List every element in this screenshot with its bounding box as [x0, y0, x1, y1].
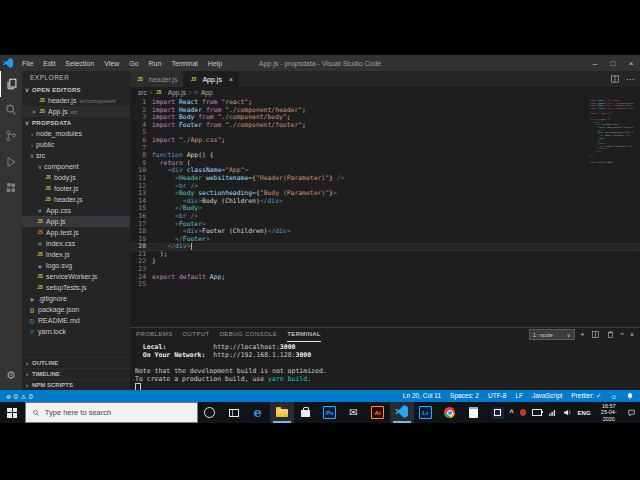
- editor-tab-header.js[interactable]: JS header.js: [130, 71, 183, 87]
- breadcrumb-item[interactable]: src: [138, 89, 147, 96]
- code-line[interactable]: 20 </div>: [130, 243, 640, 251]
- kill-terminal-icon[interactable]: [606, 330, 615, 339]
- file-row-logo.svg[interactable]: ◈logo.svg: [22, 260, 130, 271]
- maximize-icon[interactable]: □: [604, 55, 622, 71]
- status-item[interactable]: UTF-8: [488, 392, 506, 400]
- shell-selector[interactable]: 1: node ∨: [529, 329, 575, 340]
- file-row-yarn.lock[interactable]: Yyarn.lock: [22, 326, 130, 337]
- editor-tab-App.js[interactable]: JS App.js ×: [183, 71, 239, 87]
- split-terminal-icon[interactable]: [591, 330, 600, 339]
- menu-view[interactable]: View: [99, 60, 124, 67]
- search-icon[interactable]: [0, 97, 22, 123]
- open-editors-header[interactable]: ∨ OPEN EDITORS: [22, 84, 130, 95]
- file-row-node_modules[interactable]: ›node_modules: [22, 128, 130, 139]
- minimize-icon[interactable]: –: [586, 55, 604, 71]
- menu-help[interactable]: Help: [203, 60, 227, 67]
- breadcrumb[interactable]: src›JSApp.js›◇App: [130, 87, 640, 97]
- menu-file[interactable]: File: [17, 60, 38, 67]
- taskbar-task-view[interactable]: [222, 402, 246, 423]
- taskbar-illustrator[interactable]: Ai: [366, 402, 390, 423]
- file-row-serviceWorker.js[interactable]: JSserviceWorker.js: [22, 271, 130, 282]
- tray-chevron-up-icon[interactable]: ^: [510, 409, 514, 416]
- new-terminal-icon[interactable]: +: [581, 331, 585, 338]
- code-line[interactable]: 4 import Footer from "./component/footer…: [130, 122, 640, 130]
- project-header[interactable]: ∨ PROPSDATA: [22, 117, 130, 128]
- file-row-component[interactable]: ∨component: [22, 161, 130, 172]
- file-row-App.js[interactable]: JSApp.js: [22, 216, 130, 227]
- file-row-App.test.js[interactable]: JSApp.test.js: [22, 227, 130, 238]
- taskbar-file-explorer[interactable]: [270, 402, 294, 423]
- menu-selection[interactable]: Selection: [60, 60, 99, 67]
- network-icon[interactable]: [548, 408, 557, 417]
- panel-tab-terminal[interactable]: TERMINAL: [287, 328, 321, 342]
- terminal-output[interactable]: Local: http://localhost:3000 On Your Net…: [130, 341, 640, 392]
- battery-icon[interactable]: [532, 409, 542, 416]
- code-line[interactable]: 16 <br />: [130, 213, 640, 221]
- code-line[interactable]: 14 <div>Body (Children)</div>: [130, 198, 640, 206]
- tab-close-icon[interactable]: ×: [229, 76, 233, 83]
- bell-icon[interactable]: [626, 392, 634, 400]
- panel-tab-output[interactable]: OUTPUT: [183, 328, 210, 341]
- taskbar-media-player[interactable]: [486, 402, 510, 423]
- taskbar-edge[interactable]: e: [246, 402, 270, 423]
- panel-tab-problems[interactable]: PROBLEMS: [136, 328, 173, 341]
- code-line[interactable]: 11 <Header websitename={"Header(Paramete…: [130, 175, 640, 183]
- file-row-public[interactable]: ›public: [22, 139, 130, 150]
- status-item[interactable]: Prettier: ✓: [571, 392, 601, 400]
- problems-status[interactable]: ⊘ 0 ⚠ 0: [6, 393, 33, 400]
- taskbar-mail[interactable]: ✉: [342, 402, 366, 423]
- tray-app-icon[interactable]: [520, 409, 526, 416]
- taskbar-photoshop[interactable]: Ps: [318, 402, 342, 423]
- status-item[interactable]: Ln 20, Col 11: [403, 392, 441, 400]
- code-line[interactable]: 24 export default App;: [130, 274, 640, 282]
- taskbar-lightroom[interactable]: Lr: [414, 402, 438, 423]
- code-line[interactable]: 21 );: [130, 251, 640, 259]
- taskbar-notepad[interactable]: [462, 402, 486, 423]
- extensions-icon[interactable]: [0, 175, 22, 201]
- status-item[interactable]: Spaces: 2: [450, 392, 479, 400]
- action-center-icon[interactable]: [627, 408, 636, 417]
- file-row-body.js[interactable]: JSbody.js: [22, 172, 130, 183]
- language-indicator[interactable]: ENG: [578, 410, 591, 416]
- file-row-header.js[interactable]: JSheader.js: [22, 194, 130, 205]
- explorer-icon[interactable]: [0, 71, 22, 97]
- menu-go[interactable]: Go: [124, 60, 143, 67]
- file-row-src[interactable]: ∨src: [22, 150, 130, 161]
- maximize-panel-icon[interactable]: ^: [621, 331, 624, 338]
- clock[interactable]: 16:57 25-04-2020: [597, 403, 621, 423]
- menu-edit[interactable]: Edit: [38, 60, 60, 67]
- menu-terminal[interactable]: Terminal: [166, 60, 202, 67]
- code-editor[interactable]: 1 import React from "react"; 2 import He…: [130, 97, 640, 327]
- file-row-README.md[interactable]: ⓘREADME.md: [22, 315, 130, 326]
- close-icon[interactable]: ×: [622, 55, 640, 71]
- taskbar-chrome[interactable]: [438, 402, 462, 423]
- more-actions-icon[interactable]: ⋯: [626, 75, 634, 84]
- feedback-smiley-icon[interactable]: ☺: [610, 393, 617, 400]
- file-row-index.css[interactable]: #index.css: [22, 238, 130, 249]
- source-control-icon[interactable]: [0, 123, 22, 149]
- sidebar-section-npm-scripts[interactable]: › NPM SCRIPTS: [22, 379, 130, 390]
- file-row-package.json[interactable]: {}package.json: [22, 304, 130, 315]
- status-item[interactable]: LF: [515, 392, 523, 400]
- sidebar-section-timeline[interactable]: › TIMELINE: [22, 368, 130, 379]
- file-row-footer.js[interactable]: JSfooter.js: [22, 183, 130, 194]
- status-item[interactable]: JavaScript: [532, 392, 562, 400]
- code-line[interactable]: 6 import "./App.css";: [130, 137, 640, 145]
- taskbar-vscode[interactable]: [390, 402, 414, 423]
- close-panel-icon[interactable]: ×: [630, 331, 634, 338]
- minimap[interactable]: import React from "react";import Header …: [590, 99, 634, 166]
- open-editor-header.js[interactable]: JS header.js src\component: [22, 95, 130, 106]
- taskbar-cortana[interactable]: [198, 402, 222, 423]
- menu-run[interactable]: Run: [144, 60, 167, 67]
- file-row-index.js[interactable]: JSindex.js: [22, 249, 130, 260]
- sidebar-section-outline[interactable]: › OUTLINE: [22, 357, 130, 368]
- file-row-setupTests.js[interactable]: JSsetupTests.js: [22, 282, 130, 293]
- breadcrumb-item[interactable]: App.js: [168, 89, 186, 96]
- split-editor-icon[interactable]: [610, 74, 620, 84]
- code-line[interactable]: 8 function App() {: [130, 152, 640, 160]
- file-row-.gitignore[interactable]: ◆.gitignore: [22, 293, 130, 304]
- start-button[interactable]: [0, 402, 25, 423]
- code-line[interactable]: 19 </Footer>: [130, 236, 640, 244]
- code-line[interactable]: 15 </Body>: [130, 205, 640, 213]
- volume-icon[interactable]: [563, 408, 572, 417]
